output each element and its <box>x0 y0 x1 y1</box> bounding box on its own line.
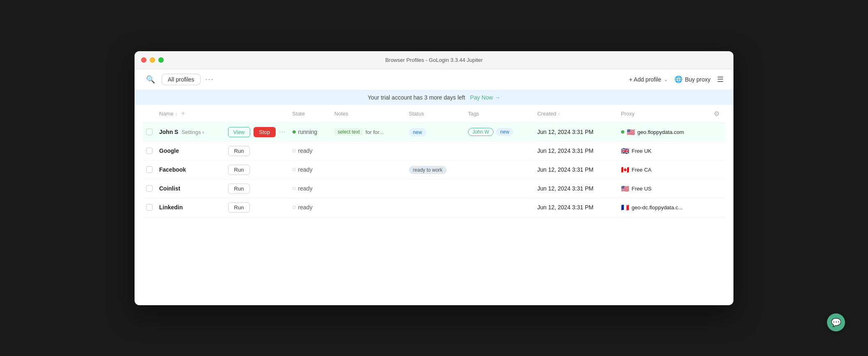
row-proxy-cell: 🇺🇸geo.floppydata.com <box>618 122 710 141</box>
settings-link[interactable]: Settings › <box>182 129 204 135</box>
table-row: John SSettings ›ViewStop···runningselect… <box>143 122 725 141</box>
state-text: ready <box>298 185 313 192</box>
row-checkbox-cell <box>143 198 156 217</box>
search-button[interactable]: 🔍 <box>144 73 157 86</box>
table-row: GoogleRunreadyJun 12, 2024 3:31 PM🇬🇧Free… <box>143 141 725 160</box>
table-row: FacebookRunreadyready to workJun 12, 202… <box>143 160 725 179</box>
all-profiles-button[interactable]: All profiles <box>162 74 201 85</box>
state-indicator <box>292 130 296 134</box>
row-name-cell: Linkedin <box>156 198 225 217</box>
profile-name: Linkedin <box>159 204 183 211</box>
trial-message: Your trial account has 3 more days left <box>368 94 465 101</box>
row-checkbox-cell <box>143 141 156 160</box>
state-label: State <box>292 111 305 117</box>
pay-now-link[interactable]: Pay Now → <box>470 94 500 101</box>
row-proxy-cell: 🇺🇸Free US <box>618 179 710 198</box>
table-row: CoinlistRunreadyJun 12, 2024 3:31 PM🇺🇸Fr… <box>143 179 725 198</box>
proxy-flag: 🇫🇷 <box>621 204 629 211</box>
proxy-text: Free CA <box>632 167 651 173</box>
name-label: Name <box>159 111 174 117</box>
row-state-cell: ready <box>289 141 331 160</box>
trial-banner: Your trial account has 3 more days left … <box>135 90 733 105</box>
table-header-row: Name ↕ + State Notes S <box>143 105 725 123</box>
run-button[interactable]: Run <box>228 165 250 175</box>
note-tag: select text <box>334 128 363 136</box>
row-empty-cell <box>710 122 725 141</box>
chevron-down-icon: ⌄ <box>664 77 668 82</box>
row-checkbox-cell <box>143 160 156 179</box>
traffic-lights <box>141 57 164 63</box>
tag-badge: new <box>496 128 513 136</box>
row-proxy-cell: 🇨🇦Free CA <box>618 160 710 179</box>
th-created: Created ↕ <box>534 105 618 123</box>
more-options-button[interactable]: ··· <box>206 75 214 84</box>
state-text: running <box>298 129 318 135</box>
proxy-text: Free US <box>632 186 651 192</box>
run-button[interactable]: Run <box>228 146 250 156</box>
row-tags-cell <box>465 141 534 160</box>
row-notes-cell: select textfor for... <box>331 122 406 141</box>
sort-icon: ↕ <box>175 111 178 116</box>
profile-name: Coinlist <box>159 185 180 192</box>
proxy-flag: 🇺🇸 <box>627 128 635 136</box>
created-sort-icon: ↕ <box>558 111 560 116</box>
search-icon: 🔍 <box>146 75 155 84</box>
row-checkbox[interactable] <box>146 185 153 192</box>
minimize-button[interactable] <box>150 57 155 63</box>
stop-button[interactable]: Stop <box>254 127 276 137</box>
table-settings-button[interactable]: ⚙ <box>714 110 720 118</box>
maximize-button[interactable] <box>158 57 164 63</box>
th-notes: Notes <box>331 105 406 123</box>
table-row: LinkedinRunreadyJun 12, 2024 3:31 PM🇫🇷ge… <box>143 198 725 217</box>
row-status-cell <box>406 198 465 217</box>
view-button[interactable]: View <box>228 127 250 137</box>
add-profile-button[interactable]: + Add profile ⌄ <box>629 76 668 83</box>
row-created-cell: Jun 12, 2024 3:31 PM <box>534 122 618 141</box>
row-name-cell: Google <box>156 141 225 160</box>
row-status-cell <box>406 141 465 160</box>
row-action-cell: Run <box>225 141 289 160</box>
run-button[interactable]: Run <box>228 202 250 213</box>
proxy-label: Proxy <box>621 111 635 117</box>
row-checkbox[interactable] <box>146 204 153 211</box>
row-checkbox-cell <box>143 122 156 141</box>
th-checkbox <box>143 105 156 123</box>
row-name-cell: Facebook <box>156 160 225 179</box>
row-empty-cell <box>710 179 725 198</box>
tags-label: Tags <box>468 111 479 117</box>
close-button[interactable] <box>141 57 146 63</box>
row-checkbox[interactable] <box>146 166 153 173</box>
state-indicator <box>292 206 296 209</box>
th-name: Name ↕ + <box>156 105 225 123</box>
run-button[interactable]: Run <box>228 184 250 194</box>
row-tags-cell: John Wnew <box>465 122 534 141</box>
row-more-button[interactable]: ··· <box>279 128 286 136</box>
state-indicator <box>292 168 296 171</box>
row-tags-cell <box>465 198 534 217</box>
state-indicator <box>292 149 296 152</box>
row-created-cell: Jun 12, 2024 3:31 PM <box>534 160 618 179</box>
status-badge: ready to work <box>409 166 447 174</box>
chat-icon: 💬 <box>831 317 841 327</box>
row-checkbox[interactable] <box>146 147 153 154</box>
hamburger-menu-button[interactable]: ☰ <box>717 75 724 84</box>
proxy-flag: 🇨🇦 <box>621 166 629 174</box>
toolbar-right: + Add profile ⌄ 🌐 Buy proxy ☰ <box>629 75 724 84</box>
row-checkbox[interactable] <box>146 129 153 135</box>
buy-proxy-label: Buy proxy <box>685 76 710 83</box>
add-profile-icon[interactable]: + <box>181 110 185 117</box>
chat-button[interactable]: 💬 <box>827 313 845 331</box>
state-indicator <box>292 187 296 190</box>
status-badge: new <box>409 128 426 136</box>
created-sort[interactable]: Created ↕ <box>537 111 560 117</box>
tag-badge: John W <box>468 128 494 136</box>
profiles-table: Name ↕ + State Notes S <box>143 105 725 217</box>
buy-proxy-button[interactable]: 🌐 Buy proxy <box>674 75 710 83</box>
th-action <box>225 105 289 123</box>
name-sort[interactable]: Name ↕ <box>159 111 177 117</box>
notes-label: Notes <box>334 111 348 117</box>
row-action-cell: Run <box>225 160 289 179</box>
row-state-cell: ready <box>289 179 331 198</box>
content-area: Name ↕ + State Notes S <box>135 105 733 305</box>
state-text: ready <box>298 147 313 154</box>
